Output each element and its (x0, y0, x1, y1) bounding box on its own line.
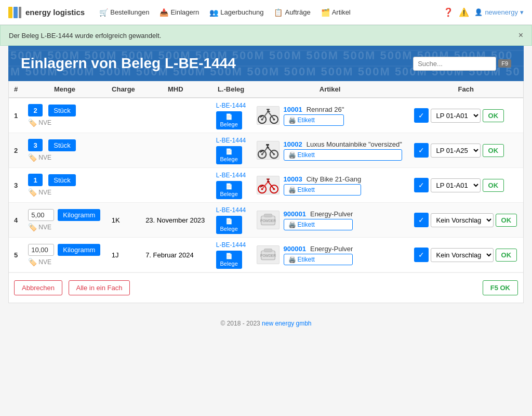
col-menge: Menge (23, 81, 107, 98)
nve-link[interactable]: 🏷️ NVE (28, 188, 101, 197)
fach-cell: ✓ Kein Vorschlag OK (414, 213, 518, 227)
unit-button[interactable]: Stück (48, 105, 76, 116)
etikett-label: Etikett (298, 221, 315, 228)
row-num: 5 (9, 238, 23, 272)
nve-link[interactable]: 🏷️ NVE (28, 119, 101, 127)
beleg-link[interactable]: L-BE-1444 (216, 206, 246, 214)
beleg-btn-label: Belege (220, 191, 238, 197)
document-icon: 📄 (225, 113, 233, 120)
warning-icon[interactable]: ⚠️ (459, 7, 469, 17)
fach-select[interactable]: Kein Vorschlag (431, 213, 494, 227)
table-header: # Menge Charge MHD L.-Beleg Artikel Fach (9, 81, 523, 98)
nav-bestellungen[interactable]: 🛒 Bestellungen (95, 6, 153, 19)
row-menge: Kilogramm 🏷️ NVE (23, 238, 107, 272)
search-input[interactable] (413, 57, 496, 71)
nav-einlagern-label: Einlagern (170, 8, 199, 16)
row-lbeleg: L-BE-1444 📄 Belege (211, 133, 251, 168)
etikett-label: Etikett (298, 151, 315, 159)
fach-select[interactable]: Kein Vorschlag (431, 248, 494, 262)
beleg-button[interactable]: 📄 Belege (216, 181, 242, 199)
nve-label: NVE (38, 189, 51, 196)
qty-input[interactable] (28, 244, 54, 256)
artikel-row1: 10003 City Bike 21-Gang (284, 175, 362, 183)
row-fach: ✓ Kein Vorschlag OK (409, 238, 523, 272)
beleg-button[interactable]: 📄 Belege (216, 251, 242, 269)
row-fach: ✓ Kein Vorschlag OK (409, 203, 523, 238)
beleg-link[interactable]: L-BE-1444 (216, 102, 246, 109)
brand: energy logistics (8, 7, 85, 18)
row-lbeleg: L-BE-1444 📄 Belege (211, 238, 251, 272)
row-mhd: 23. November 2023 (140, 203, 210, 238)
row-lbeleg: L-BE-1444 📄 Belege (211, 98, 251, 133)
artikel-image: POWDER (257, 211, 280, 229)
check-button[interactable]: ✓ (414, 108, 429, 123)
printer-icon: 🖨️ (288, 186, 296, 193)
etikett-button[interactable]: 🖨️ Etikett (284, 114, 344, 126)
artikel-info: 10002 Luxus Mountainbike "oversized" 🖨️ … (284, 140, 402, 161)
nve-label: NVE (38, 258, 51, 266)
f5ok-button[interactable]: F5 OK (483, 280, 518, 295)
etikett-button[interactable]: 🖨️ Etikett (284, 184, 362, 196)
nav-lagerbuchung[interactable]: 👥 Lagerbuchung (205, 6, 268, 19)
check-button[interactable]: ✓ (414, 248, 429, 262)
beleg-link[interactable]: L-BE-1444 (216, 172, 246, 179)
row-num: 1 (9, 98, 23, 133)
beleg-button[interactable]: 📄 Belege (216, 216, 242, 234)
table-row: 2 3 Stück 🏷️ NVE L-BE-1444 📄 Belege (9, 133, 523, 168)
table-row: 5 Kilogramm 🏷️ NVE 1J7. Februar 2024L-BE… (9, 238, 523, 272)
row-ok-button[interactable]: OK (483, 109, 504, 122)
alert-close-button[interactable]: × (518, 31, 523, 40)
fach-select[interactable]: LP 01-A01 (431, 178, 481, 192)
row-ok-button[interactable]: OK (496, 214, 517, 227)
check-button[interactable]: ✓ (414, 213, 429, 227)
artikel-cell: 10001 Rennrad 26" 🖨️ Etikett (257, 106, 404, 126)
nav-auftraege[interactable]: 📋 Aufträge (270, 6, 314, 19)
check-button[interactable]: ✓ (414, 178, 429, 192)
etikett-button[interactable]: 🖨️ Etikett (284, 254, 353, 265)
alert-message: Der Beleg L-BE-1444 wurde erfolgreich ge… (9, 32, 161, 40)
nav-artikel[interactable]: 🗂️ Artikel (317, 6, 355, 19)
unit-button[interactable]: Stück (48, 174, 76, 186)
user-menu[interactable]: 👤 newenergy ▾ (474, 8, 524, 16)
warehouse-icon: 👥 (209, 8, 218, 17)
beleg-button[interactable]: 📄 Belege (216, 146, 242, 164)
check-button[interactable]: ✓ (414, 143, 429, 158)
qty-input[interactable] (28, 209, 54, 221)
etikett-label: Etikett (298, 186, 315, 193)
row-fach: ✓ LP 01-A01 OK (409, 168, 523, 203)
beleg-link[interactable]: L-BE-1444 (216, 137, 246, 144)
alle-in-ein-fach-button[interactable]: Alle in ein Fach (69, 280, 130, 295)
fach-select[interactable]: LP 01-A25 (431, 144, 481, 158)
etikett-button[interactable]: 🖨️ Etikett (284, 149, 402, 161)
help-icon[interactable]: ❓ (443, 7, 454, 17)
etikett-label: Etikett (298, 256, 315, 263)
nve-link[interactable]: 🏷️ NVE (28, 153, 101, 162)
nve-link[interactable]: 🏷️ NVE (28, 258, 101, 266)
artikel-cell: POWDER 900001 Energy-Pulver 🖨️ Etikett (257, 210, 404, 230)
row-ok-button[interactable]: OK (483, 144, 504, 157)
abbrechen-button[interactable]: Abbrechen (14, 280, 62, 295)
fach-select[interactable]: LP 01-A01 (431, 109, 481, 123)
etikett-button[interactable]: 🖨️ Etikett (284, 219, 353, 230)
col-fach: Fach (409, 81, 523, 98)
artikel-row1: 10002 Luxus Mountainbike "oversized" (284, 140, 402, 148)
nve-link[interactable]: 🏷️ NVE (28, 223, 101, 231)
artikel-name: City Bike 21-Gang (307, 175, 362, 183)
row-num: 4 (9, 203, 23, 238)
footer-link[interactable]: new energy gmbh (262, 320, 311, 327)
artikel-image (257, 141, 280, 160)
artikel-name: Energy-Pulver (310, 245, 353, 253)
clipboard-icon: 📋 (274, 8, 283, 17)
nav-einlagern[interactable]: 📥 Einlagern (155, 6, 203, 19)
page-footer: © 2018 - 2023 new energy gmbh (0, 311, 532, 335)
row-ok-button[interactable]: OK (483, 179, 504, 192)
unit-button[interactable]: Kilogramm (58, 244, 100, 256)
artikel-info: 900001 Energy-Pulver 🖨️ Etikett (284, 210, 353, 230)
unit-button[interactable]: Kilogramm (58, 209, 100, 221)
beleg-button[interactable]: 📄 Belege (216, 111, 242, 129)
beleg-link[interactable]: L-BE-1444 (216, 241, 246, 249)
unit-button[interactable]: Stück (48, 139, 76, 151)
row-ok-button[interactable]: OK (496, 249, 517, 262)
artikel-name: Energy-Pulver (310, 210, 353, 218)
nve-label: NVE (38, 154, 51, 161)
